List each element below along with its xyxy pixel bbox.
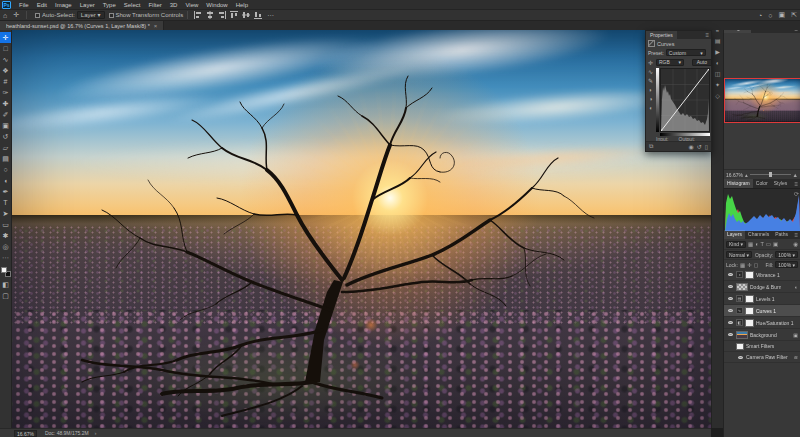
layer-name[interactable]: Curves 1 — [756, 308, 776, 314]
canvas-photo[interactable] — [12, 30, 711, 428]
layer-row-curves-selected[interactable]: ∿ Curves 1 — [724, 305, 800, 317]
align-middle-icon[interactable] — [242, 11, 250, 19]
zoom-level-field[interactable]: 16.67% — [14, 430, 37, 437]
filter-name[interactable]: Camera Raw Filter — [746, 354, 788, 360]
menu-view[interactable]: View — [181, 0, 202, 10]
canvas-area[interactable] — [12, 30, 711, 428]
navigator-zoom-slider[interactable] — [750, 174, 791, 175]
layer-mask-thumbnail[interactable] — [745, 319, 754, 327]
tool-lasso-tool[interactable]: ∿ — [0, 54, 11, 65]
preset-dropdown[interactable]: Custom▾ — [666, 49, 706, 56]
search-icon[interactable]: ○ — [768, 12, 772, 19]
menu-layer[interactable]: Layer — [76, 0, 99, 10]
tool-marquee-tool[interactable]: □ — [0, 43, 11, 54]
panel-menu-icon[interactable]: ≡ — [794, 232, 800, 238]
lock-all-icon[interactable]: ◻ — [754, 262, 759, 268]
histogram-refresh-icon[interactable]: ⟳ — [794, 190, 799, 197]
layer-row-background[interactable]: Background ▣ — [724, 329, 800, 341]
close-tab-icon[interactable]: × — [154, 23, 158, 29]
layer-name[interactable]: Hue/Saturation 1 — [756, 320, 794, 326]
edit-points-icon[interactable]: ∿ — [648, 69, 653, 75]
tool-gradient-tool[interactable]: ▤ — [0, 153, 11, 164]
screen-mode-icon[interactable]: ▢ — [0, 290, 11, 301]
align-top-icon[interactable] — [230, 11, 238, 19]
filter-toggle-icon[interactable]: ◉ — [793, 241, 798, 247]
workspace-icon[interactable]: ▣ — [779, 11, 786, 19]
more-options-icon[interactable]: ··· — [267, 12, 274, 19]
filter-kind-dropdown[interactable]: Kind ▾ — [726, 241, 746, 248]
panel-menu-icon[interactable]: ≡ — [794, 181, 800, 187]
filter-shape-icon[interactable]: ▭ — [766, 241, 771, 247]
menu-filter[interactable]: Filter — [144, 0, 165, 10]
quick-mask-icon[interactable]: ◧ — [0, 279, 11, 290]
layer-mask-thumbnail[interactable] — [745, 307, 754, 315]
tool-edit-toolbar[interactable]: ⋯ — [0, 252, 11, 263]
visibility-icon[interactable]: ◉ — [688, 143, 693, 150]
menu-edit[interactable]: Edit — [33, 0, 51, 10]
layer-thumbnail[interactable] — [736, 331, 748, 339]
navigator-zoom-value[interactable]: 16.67% — [726, 172, 743, 178]
curves-graph[interactable] — [660, 68, 710, 132]
tab-channels[interactable]: Channels — [745, 230, 772, 239]
tool-move-tool[interactable]: ✛ — [0, 32, 11, 43]
layer-name[interactable]: Vibrance 1 — [756, 272, 780, 278]
menu-file[interactable]: File — [15, 0, 33, 10]
tool-zoom-tool[interactable]: ◎ — [0, 241, 11, 252]
status-options-chevron[interactable]: › — [95, 430, 97, 436]
tool-eyedropper-tool[interactable]: ✑ — [0, 87, 11, 98]
auto-button[interactable]: Auto — [692, 59, 712, 66]
zoom-in-icon[interactable]: ▲ — [793, 172, 798, 178]
camera-raw-filter-row[interactable]: Camera Raw Filter ≋ — [724, 352, 800, 363]
layer-name[interactable]: Background — [750, 332, 777, 338]
history-panel-icon[interactable]: ▤ — [715, 36, 721, 47]
filter-type-icon[interactable]: T — [760, 241, 763, 247]
actions-panel-icon[interactable]: ▶ — [715, 47, 720, 58]
tool-path-selection-tool[interactable]: ➤ — [0, 208, 11, 219]
tab-color[interactable]: Color — [753, 179, 771, 188]
filter-options-icon[interactable]: ≋ — [794, 354, 798, 360]
document-tab[interactable]: heathland-sunset.psd @ 16.7% (Curves 1, … — [0, 21, 164, 30]
auto-select-checkbox[interactable] — [35, 13, 40, 18]
navigator-thumbnail[interactable] — [725, 79, 800, 122]
tool-quick-selection-tool[interactable]: ❖ — [0, 65, 11, 76]
info-panel-icon[interactable]: ✦ — [715, 80, 720, 91]
white-point-eyedropper-icon[interactable]: ◖ — [649, 105, 653, 111]
tab-histogram[interactable]: Histogram — [724, 179, 753, 188]
align-left-icon[interactable] — [194, 11, 202, 19]
layer-thumbnail[interactable] — [736, 283, 748, 291]
tool-crop-tool[interactable]: # — [0, 76, 11, 87]
gray-point-eyedropper-icon[interactable]: ◑ — [649, 96, 653, 102]
visibility-toggle[interactable] — [726, 309, 734, 312]
tool-history-brush-tool[interactable]: ↺ — [0, 131, 11, 142]
auto-select-dropdown[interactable]: Layer ▾ — [77, 11, 105, 19]
menu-help[interactable]: Help — [232, 0, 252, 10]
zoom-out-icon[interactable]: ▴ — [745, 172, 748, 178]
adjustments-panel-icon[interactable]: ◐ — [716, 58, 720, 69]
visibility-toggle[interactable] — [726, 285, 734, 288]
tab-styles[interactable]: Styles — [771, 179, 791, 188]
blend-mode-dropdown[interactable]: Normal▾ — [726, 251, 752, 258]
align-bottom-icon[interactable] — [254, 11, 262, 19]
menu-3d[interactable]: 3D — [166, 0, 182, 10]
tool-blur-tool[interactable]: ○ — [0, 164, 11, 175]
layer-row-levels[interactable]: ▤ Levels 1 — [724, 293, 800, 305]
visibility-toggle[interactable] — [726, 333, 734, 336]
layer-row-hue-saturation[interactable]: ◧ Hue/Saturation 1 — [724, 317, 800, 329]
home-icon[interactable]: ⌂ — [3, 12, 7, 19]
clone-source-panel-icon[interactable]: ◇ — [715, 91, 720, 102]
targeted-adjust-icon[interactable]: ✛ — [648, 60, 653, 66]
tab-paths[interactable]: Paths — [772, 230, 791, 239]
lock-position-icon[interactable]: ✛ — [747, 262, 752, 268]
filter-pixel-icon[interactable]: ▦ — [748, 241, 753, 247]
tool-pen-tool[interactable]: ✒ — [0, 186, 11, 197]
layer-mask-thumbnail[interactable] — [745, 271, 754, 279]
fill-dropdown[interactable]: 100% ▾ — [775, 261, 798, 268]
filter-mask-thumbnail[interactable] — [736, 343, 744, 350]
menu-window[interactable]: Window — [202, 0, 231, 10]
filter-smart-object-icon[interactable]: ▣ — [773, 241, 778, 247]
visibility-toggle[interactable] — [736, 356, 744, 359]
tool-hand-tool[interactable]: ✱ — [0, 230, 11, 241]
delete-adjustment-icon[interactable]: ▯ — [705, 143, 708, 150]
tool-healing-brush-tool[interactable]: ✚ — [0, 98, 11, 109]
visibility-toggle[interactable] — [726, 297, 734, 300]
